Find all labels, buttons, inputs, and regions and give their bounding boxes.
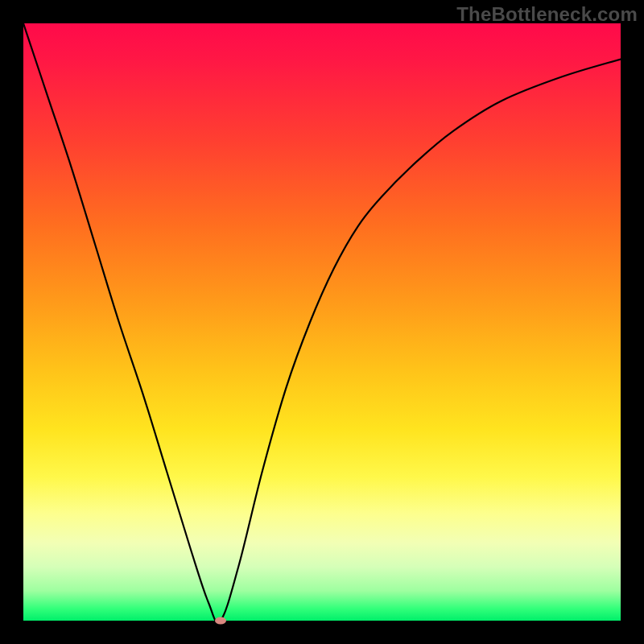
plot-area	[23, 23, 621, 621]
minimum-marker	[215, 617, 226, 625]
watermark-text: TheBottleneck.com	[456, 3, 638, 26]
chart-frame: TheBottleneck.com	[0, 0, 644, 644]
bottleneck-curve	[23, 23, 621, 621]
